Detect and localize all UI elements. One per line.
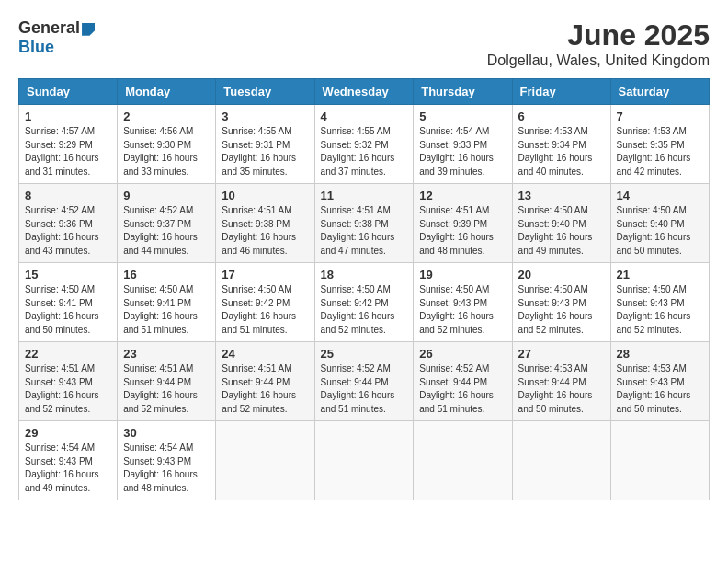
calendar-cell: 8Sunrise: 4:52 AMSunset: 9:36 PMDaylight… (19, 184, 118, 263)
calendar-table: SundayMondayTuesdayWednesdayThursdayFrid… (18, 78, 710, 500)
day-info: Sunrise: 4:55 AMSunset: 9:31 PMDaylight:… (222, 125, 308, 178)
day-number: 11 (321, 189, 408, 202)
day-number: 23 (123, 347, 210, 361)
calendar-cell (216, 421, 314, 500)
day-info: Sunrise: 4:53 AMSunset: 9:35 PMDaylight:… (617, 125, 703, 178)
title-area: June 2025 Dolgellau, Wales, United Kingd… (487, 18, 710, 69)
day-number: 16 (123, 268, 210, 282)
logo-blue-text: Blue (18, 38, 54, 57)
day-number: 8 (25, 189, 111, 202)
day-info: Sunrise: 4:51 AMSunset: 9:44 PMDaylight:… (123, 362, 210, 416)
calendar-cell: 29Sunrise: 4:54 AMSunset: 9:43 PMDayligh… (19, 421, 118, 500)
day-info: Sunrise: 4:50 AMSunset: 9:43 PMDaylight:… (617, 283, 703, 337)
day-number: 5 (419, 109, 506, 123)
day-info: Sunrise: 4:55 AMSunset: 9:32 PMDaylight:… (321, 125, 408, 178)
calendar-cell: 11Sunrise: 4:51 AMSunset: 9:38 PMDayligh… (314, 184, 414, 263)
day-number: 17 (222, 268, 308, 282)
calendar-cell: 22Sunrise: 4:51 AMSunset: 9:43 PMDayligh… (19, 342, 118, 421)
column-header-wednesday: Wednesday (314, 79, 414, 105)
calendar-cell: 28Sunrise: 4:53 AMSunset: 9:43 PMDayligh… (610, 342, 709, 421)
month-title: June 2025 (487, 18, 710, 52)
day-info: Sunrise: 4:50 AMSunset: 9:41 PMDaylight:… (25, 283, 111, 337)
calendar-cell (414, 421, 512, 500)
calendar-cell: 30Sunrise: 4:54 AMSunset: 9:43 PMDayligh… (118, 421, 216, 500)
day-info: Sunrise: 4:51 AMSunset: 9:44 PMDaylight:… (222, 362, 308, 416)
calendar-cell: 18Sunrise: 4:50 AMSunset: 9:42 PMDayligh… (314, 263, 414, 342)
calendar-cell: 10Sunrise: 4:51 AMSunset: 9:38 PMDayligh… (216, 184, 314, 263)
day-number: 9 (123, 189, 210, 202)
calendar-cell: 26Sunrise: 4:52 AMSunset: 9:44 PMDayligh… (414, 342, 512, 421)
day-number: 26 (419, 347, 506, 361)
calendar-cell: 23Sunrise: 4:51 AMSunset: 9:44 PMDayligh… (118, 342, 216, 421)
calendar-cell: 1Sunrise: 4:57 AMSunset: 9:29 PMDaylight… (19, 105, 118, 184)
day-info: Sunrise: 4:50 AMSunset: 9:43 PMDaylight:… (419, 283, 506, 337)
day-number: 27 (518, 347, 605, 361)
day-number: 13 (518, 189, 605, 202)
calendar-week-4: 22Sunrise: 4:51 AMSunset: 9:43 PMDayligh… (19, 342, 710, 421)
day-info: Sunrise: 4:56 AMSunset: 9:30 PMDaylight:… (123, 125, 210, 178)
column-header-friday: Friday (512, 79, 610, 105)
day-info: Sunrise: 4:51 AMSunset: 9:43 PMDaylight:… (25, 362, 111, 416)
calendar-cell: 16Sunrise: 4:50 AMSunset: 9:41 PMDayligh… (118, 263, 216, 342)
day-info: Sunrise: 4:54 AMSunset: 9:33 PMDaylight:… (419, 125, 506, 178)
day-number: 12 (419, 189, 506, 202)
day-info: Sunrise: 4:52 AMSunset: 9:44 PMDaylight:… (321, 362, 408, 416)
day-info: Sunrise: 4:52 AMSunset: 9:36 PMDaylight:… (25, 204, 111, 258)
day-number: 28 (617, 347, 703, 361)
day-info: Sunrise: 4:53 AMSunset: 9:44 PMDaylight:… (518, 362, 605, 416)
day-info: Sunrise: 4:50 AMSunset: 9:42 PMDaylight:… (321, 283, 408, 337)
calendar-cell: 24Sunrise: 4:51 AMSunset: 9:44 PMDayligh… (216, 342, 314, 421)
day-info: Sunrise: 4:50 AMSunset: 9:40 PMDaylight:… (518, 204, 605, 258)
logo: General Blue (18, 18, 95, 57)
logo-general-text: General (18, 18, 80, 37)
day-info: Sunrise: 4:51 AMSunset: 9:39 PMDaylight:… (419, 204, 506, 258)
column-header-sunday: Sunday (19, 79, 118, 105)
calendar-cell: 15Sunrise: 4:50 AMSunset: 9:41 PMDayligh… (19, 263, 118, 342)
calendar-cell: 7Sunrise: 4:53 AMSunset: 9:35 PMDaylight… (610, 105, 709, 184)
logo-icon (82, 23, 95, 36)
calendar-cell (512, 421, 610, 500)
day-number: 1 (25, 109, 111, 123)
calendar-week-1: 1Sunrise: 4:57 AMSunset: 9:29 PMDaylight… (19, 105, 710, 184)
calendar-week-3: 15Sunrise: 4:50 AMSunset: 9:41 PMDayligh… (19, 263, 710, 342)
calendar-cell: 5Sunrise: 4:54 AMSunset: 9:33 PMDaylight… (414, 105, 512, 184)
day-number: 6 (518, 109, 605, 123)
day-number: 24 (222, 347, 308, 361)
day-number: 21 (617, 268, 703, 282)
column-header-thursday: Thursday (414, 79, 512, 105)
day-info: Sunrise: 4:54 AMSunset: 9:43 PMDaylight:… (123, 442, 210, 495)
calendar-week-5: 29Sunrise: 4:54 AMSunset: 9:43 PMDayligh… (19, 421, 710, 500)
day-info: Sunrise: 4:53 AMSunset: 9:43 PMDaylight:… (617, 362, 703, 416)
calendar-week-2: 8Sunrise: 4:52 AMSunset: 9:36 PMDaylight… (19, 184, 710, 263)
calendar-cell: 19Sunrise: 4:50 AMSunset: 9:43 PMDayligh… (414, 263, 512, 342)
day-info: Sunrise: 4:50 AMSunset: 9:42 PMDaylight:… (222, 283, 308, 337)
calendar-cell: 6Sunrise: 4:53 AMSunset: 9:34 PMDaylight… (512, 105, 610, 184)
day-number: 30 (123, 426, 210, 440)
calendar-cell (610, 421, 709, 500)
calendar-cell: 17Sunrise: 4:50 AMSunset: 9:42 PMDayligh… (216, 263, 314, 342)
location-title: Dolgellau, Wales, United Kingdom (487, 52, 710, 69)
day-number: 19 (419, 268, 506, 282)
column-header-saturday: Saturday (610, 79, 709, 105)
column-header-tuesday: Tuesday (216, 79, 314, 105)
calendar-cell: 12Sunrise: 4:51 AMSunset: 9:39 PMDayligh… (414, 184, 512, 263)
day-info: Sunrise: 4:57 AMSunset: 9:29 PMDaylight:… (25, 125, 111, 178)
calendar-cell: 3Sunrise: 4:55 AMSunset: 9:31 PMDaylight… (216, 105, 314, 184)
day-number: 22 (25, 347, 111, 361)
page-header: General Blue June 2025 Dolgellau, Wales,… (18, 18, 710, 69)
column-header-monday: Monday (118, 79, 216, 105)
day-number: 14 (617, 189, 703, 202)
calendar-cell: 9Sunrise: 4:52 AMSunset: 9:37 PMDaylight… (118, 184, 216, 263)
calendar-cell: 13Sunrise: 4:50 AMSunset: 9:40 PMDayligh… (512, 184, 610, 263)
day-info: Sunrise: 4:54 AMSunset: 9:43 PMDaylight:… (25, 442, 111, 495)
day-number: 3 (222, 109, 308, 123)
calendar-cell (314, 421, 414, 500)
day-info: Sunrise: 4:50 AMSunset: 9:40 PMDaylight:… (617, 204, 703, 258)
day-number: 25 (321, 347, 408, 361)
day-info: Sunrise: 4:50 AMSunset: 9:43 PMDaylight:… (518, 283, 605, 337)
day-number: 10 (222, 189, 308, 202)
day-info: Sunrise: 4:52 AMSunset: 9:37 PMDaylight:… (123, 204, 210, 258)
day-number: 7 (617, 109, 703, 123)
day-number: 20 (518, 268, 605, 282)
day-info: Sunrise: 4:51 AMSunset: 9:38 PMDaylight:… (321, 204, 408, 258)
